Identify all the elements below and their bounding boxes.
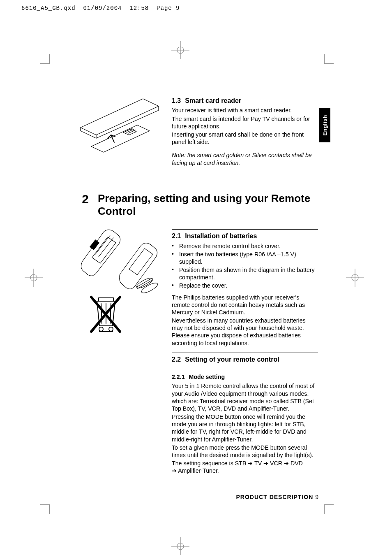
file-name: 6610_A5_GB.qxd (21, 5, 76, 12)
crop-corner-bl-icon (40, 504, 50, 514)
paragraph: The Philips batteries supplied with your… (172, 294, 318, 316)
paragraph: Your 5 in 1 Remote control allows the co… (172, 382, 318, 412)
page: 6610_A5_GB.qxd 01/09/2004 12:58 Page 9 E… (0, 0, 392, 555)
register-mark-top-icon (171, 41, 189, 59)
list-item: Insert the two batteries (type R06 /AA –… (172, 251, 318, 265)
register-mark-bottom-icon (171, 537, 189, 555)
paragraph: Your receiver is fitted with a smart car… (172, 107, 318, 114)
crop-corner-tr-icon (324, 54, 334, 64)
note-paragraph: Note: the smart card golden or Silver co… (172, 151, 318, 166)
paragraph: Inserting your smart card shall be done … (172, 131, 318, 146)
sequence-paragraph: The setting sequence is STB ➔ TV ➔ VCR ➔… (172, 460, 318, 474)
register-mark-right-icon (346, 269, 364, 287)
crop-corner-tl-icon (40, 54, 50, 64)
paragraph: To set a given mode press the MODE butto… (172, 444, 318, 459)
footer-section-label: PRODUCT DESCRIPTION (236, 494, 314, 500)
language-label: English (322, 115, 328, 135)
chapter-title: Preparing, setting and using your Remote… (98, 192, 318, 218)
bullet-list: Remove the remote control back cover. In… (172, 242, 318, 290)
arrow-right-icon: ➔ (284, 460, 289, 467)
heading-2-2: 2.2Setting of your remote control (172, 355, 318, 364)
footer-page-number: 9 (315, 494, 319, 500)
rule (172, 94, 318, 94)
rule (172, 353, 318, 353)
language-tab: English (319, 108, 330, 142)
chapter-2-heading: 2 Preparing, setting and using your Remo… (79, 192, 318, 218)
arrow-right-icon: ➔ (263, 460, 268, 467)
heading-1-3: 1.3Smart card reader (172, 97, 318, 105)
file-date: 01/09/2004 (83, 5, 122, 12)
list-item: Replace the cover. (172, 282, 318, 289)
paragraph: Nevertheless in many countries exhausted… (172, 317, 318, 347)
print-header: 6610_A5_GB.qxd 01/09/2004 12:58 Page 9 (21, 5, 180, 12)
page-word: Page (157, 5, 172, 12)
rule (172, 368, 318, 368)
content-area: 1.3Smart card reader Your receiver is fi… (79, 94, 318, 475)
heading-2-1: 2.1Installation of batteries (172, 232, 318, 240)
file-time: 12:58 (129, 5, 149, 12)
paragraph: Pressing the MODE button once will remin… (172, 413, 318, 443)
arrow-right-icon: ➔ (172, 467, 177, 474)
register-mark-left-icon (25, 269, 43, 287)
crop-corner-br-icon (324, 504, 334, 514)
page-footer: PRODUCT DESCRIPTION 9 (173, 494, 319, 500)
list-item: Position them as shown in the diagram in… (172, 266, 318, 281)
page-num: 9 (176, 5, 180, 12)
list-item: Remove the remote control back cover. (172, 242, 318, 250)
rule (172, 229, 318, 230)
paragraph: The smart card is intended for Pay TV ch… (172, 115, 318, 130)
heading-2-2-1: 2.2.1Mode setting (172, 373, 318, 381)
chapter-number: 2 (79, 192, 89, 206)
arrow-right-icon: ➔ (248, 460, 253, 467)
